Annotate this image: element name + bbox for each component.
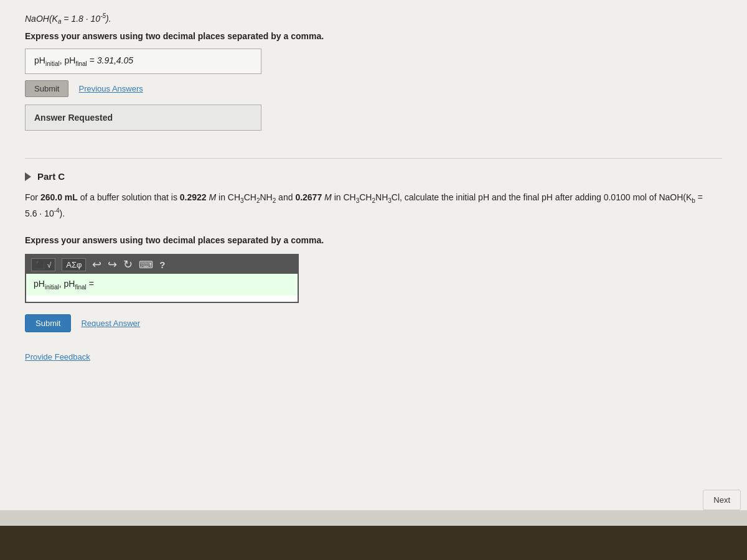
request-answer-link[interactable]: Request Answer: [81, 319, 140, 328]
part-c-problem-text: For 260.0 mL of a buffer solution that i…: [25, 190, 710, 220]
part-c-submit-button[interactable]: Submit: [25, 314, 71, 332]
next-button[interactable]: Next: [703, 490, 741, 510]
feedback-section: Provide Feedback: [25, 351, 722, 362]
part-b-submit-button[interactable]: Submit: [25, 80, 68, 97]
matrix-button[interactable]: ⬛ √: [31, 258, 55, 271]
provide-feedback-link[interactable]: Provide Feedback: [25, 352, 90, 362]
matrix-icon: ⬛: [35, 261, 45, 269]
previous-answers-link[interactable]: Previous Answers: [78, 84, 143, 93]
ph-input-row: pHinitial, pHfinal =: [26, 274, 298, 296]
top-formula: NaOH(Ka = 1.8 · 10-5).: [25, 12, 722, 25]
ph-answer-input[interactable]: [98, 279, 290, 289]
bottom-bar: [0, 526, 747, 560]
part-b-instruction: Express your answers using two decimal p…: [25, 31, 722, 41]
equals-sign: =: [90, 55, 97, 65]
help-icon[interactable]: ?: [159, 259, 165, 270]
math-input-wrapper: ⬛ √ AΣφ ↩ ↪ ↻ ⌨ ? pHinitial, pHfinal =: [25, 254, 299, 303]
math-toolbar: ⬛ √ AΣφ ↩ ↪ ↻ ⌨ ?: [26, 255, 298, 274]
part-c-label: Part C: [37, 171, 65, 182]
answer-requested-box: Answer Requested: [25, 105, 261, 131]
redo-icon[interactable]: ↪: [108, 258, 117, 271]
sqrt-icon: √: [47, 261, 52, 269]
part-b-button-row: Submit Previous Answers: [25, 80, 722, 97]
ph-label-text: pHinitial, pHfinal =: [34, 279, 94, 291]
section-divider: [25, 158, 722, 159]
part-b-answer-display: pHinitial, pHfinal = 3.91,4.05: [25, 49, 261, 74]
part-c-header: Part C: [25, 171, 722, 182]
sigma-label: AΣφ: [66, 260, 82, 269]
keyboard-icon[interactable]: ⌨: [139, 259, 153, 271]
undo-icon[interactable]: ↩: [92, 258, 101, 271]
symbol-button[interactable]: AΣφ: [62, 258, 86, 271]
part-c-express-text: Express your answers using two decimal p…: [25, 235, 722, 245]
refresh-icon[interactable]: ↻: [123, 258, 133, 271]
part-c-button-row: Submit Request Answer: [25, 314, 722, 332]
collapse-triangle-icon[interactable]: [25, 172, 31, 181]
part-b-answer-value: 3.91,4.05: [97, 55, 133, 65]
ph-initial-label: pHinitial, pHfinal: [34, 55, 90, 65]
